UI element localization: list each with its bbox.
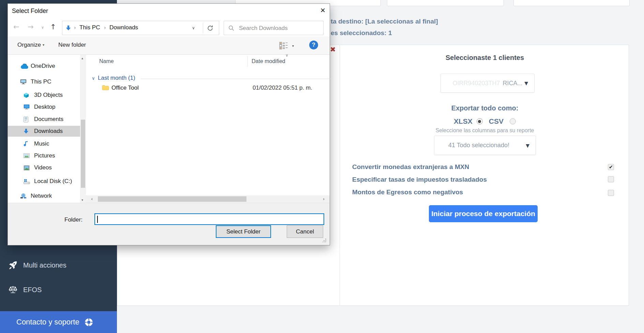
tree-item-downloads[interactable]: Downloads [8,126,80,137]
search-icon [228,25,234,31]
remove-selection-button[interactable]: ✖ [330,45,336,54]
back-icon[interactable]: ← [13,24,19,31]
tree-item-music[interactable]: Music [8,138,80,149]
tree-item-label: 3D Objects [34,92,63,99]
refresh-icon[interactable] [207,25,213,31]
export-as-label: Exportar todo como: [348,104,621,112]
tree-item-local-disk-c[interactable]: Local Disk (C:) [8,176,80,187]
tree-item-label: Videos [34,164,52,171]
columns-hint: Seleccione las columnas para su reporte [348,127,621,134]
resize-grip-icon[interactable] [322,238,327,243]
tree-item-this-pc[interactable]: This PC [8,76,80,87]
close-icon[interactable]: ✕ [320,6,326,14]
breadcrumb-this-pc[interactable]: This PC [79,24,100,31]
breadcrumb-separator: › [74,25,76,30]
start-export-button[interactable]: Iniciar proceso de exportación [429,205,538,222]
sidebar-item-multi-acciones[interactable]: Multi acciones [0,258,117,272]
tree-item-label: This PC [31,78,51,85]
radio-xlsx[interactable] [477,118,483,124]
downloads-icon [66,25,71,31]
scroll-down-icon[interactable]: ▾ [81,198,83,202]
rocket-icon [8,260,18,270]
tree-item-pictures[interactable]: Pictures [8,150,80,161]
help-icon[interactable]: ? [309,41,318,49]
chevron-down-icon: ▼ [526,143,529,148]
address-dropdown-icon[interactable]: ∨ [192,26,195,30]
group-collapse-icon[interactable]: ∨ [92,76,95,81]
tree-scrollbar[interactable]: ▴ ▾ [80,55,86,203]
sort-indicator-icon: ∨ [285,53,288,58]
new-folder-button[interactable]: New folder [58,42,86,48]
dialog-title: Select Folder [12,7,48,15]
scroll-right-icon[interactable]: › [323,196,325,201]
tree-item-videos[interactable]: Videos [8,162,80,173]
tree-item-onedrive[interactable]: OneDrive [8,61,80,72]
column-divider[interactable] [248,56,248,67]
tree-item-documents[interactable]: Documents [8,114,80,125]
top-card [387,0,504,6]
option-label-montos: Montos de Egresos como negativos [352,188,463,196]
contact-support-button[interactable]: Contacto y soporte [0,311,117,333]
format-radio-group: XLSX CSV [348,117,621,125]
columns-dropdown[interactable]: 41 Todo seleccionado! ▼ [434,136,536,155]
tree-item-desktop[interactable]: Desktop [8,102,80,112]
panel-divider [340,45,340,306]
scroll-left-icon[interactable]: ‹ [91,196,93,201]
downloads-icon [24,128,32,134]
screen: Multi acciones EFOS Contacto y soporte t… [0,0,644,333]
tree-item-network[interactable]: Network [8,191,80,201]
breadcrumb-downloads[interactable]: Downloads [109,24,138,31]
folder-icon [102,85,109,90]
tree-item-label: Pictures [34,152,55,159]
client-code-faint: OIRR940203TH7 [452,80,500,87]
details-view-icon[interactable] [279,42,288,49]
sidebar-item-efos[interactable]: EFOS [0,283,117,297]
breadcrumb-separator: › [104,25,106,30]
file-row[interactable]: Office Tool01/02/2022 05:51 p. m. [86,82,330,94]
checkbox-especificar[interactable] [608,176,614,182]
column-header-date-modified[interactable]: Date modified [252,58,285,64]
destination-text: ta destino: [La seleccionas al final] [331,18,438,25]
network-icon [20,193,28,199]
address-bar[interactable]: › This PC › Downloads ∨ [62,21,219,35]
format-label-csv: CSV [489,117,504,125]
file-date-modified: 01/02/2022 05:51 p. m. [253,85,312,91]
client-dropdown[interactable]: OIRR940203TH7 RICA... ▼ [440,74,535,93]
dialog-titlebar[interactable] [8,4,330,19]
up-icon[interactable]: ↑ [50,24,56,31]
column-header-name[interactable]: Name [99,58,114,64]
folder-name-input[interactable] [94,213,324,225]
organize-menu[interactable]: Organize▾ [17,42,44,48]
tree-item-3d-objects[interactable]: 3D Objects [8,90,80,101]
music-icon [24,141,32,147]
recent-locations-icon[interactable]: ∨ [41,26,44,29]
tree-item-label: Downloads [34,128,63,135]
search-input[interactable] [238,24,318,33]
scrollbar-thumb[interactable] [81,120,85,188]
option-label-especificar: Especificar tasas de impuestos trasladad… [352,176,487,184]
scrollbar-thumb[interactable] [98,196,246,202]
sidebar-item-label: Multi acciones [23,261,66,269]
text-caret [97,216,98,223]
dialog-toolbar: Organize▾ New folder ▾ [8,36,330,55]
tree-item-label: Network [31,193,52,199]
select-folder-dialog: Select Folder ✕ ← → ∨ ↑ › This PC › Down… [8,3,330,245]
scroll-up-icon[interactable]: ▴ [81,56,83,60]
disk-icon [24,179,32,184]
cancel-button[interactable]: Cancel [287,225,323,238]
documents-icon [24,117,32,122]
checkbox-montos[interactable] [608,190,614,196]
lifebuoy-icon [84,318,93,327]
select-folder-button[interactable]: Select Folder [216,225,271,238]
contact-support-label: Contacto y soporte [16,318,79,327]
view-dropdown-icon[interactable]: ▾ [292,44,294,48]
tree-item-label: Local Disk (C:) [34,178,72,185]
tree-item-label: Desktop [34,104,55,110]
forward-icon[interactable]: → [28,24,34,31]
horizontal-scrollbar[interactable]: ‹ › [86,195,330,203]
checkbox-convertir[interactable] [608,164,614,170]
sidebar-item-label: EFOS [23,286,42,294]
radio-csv[interactable] [510,118,516,124]
group-header[interactable]: Last month (1) [98,75,135,81]
onedrive-icon [20,64,28,69]
